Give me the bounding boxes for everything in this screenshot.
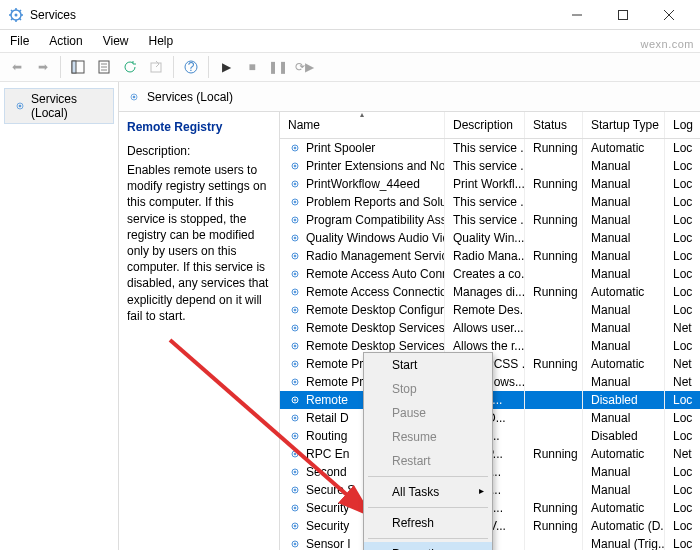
menu-action[interactable]: Action <box>45 33 86 49</box>
start-service-button[interactable]: ▶ <box>215 56 237 78</box>
service-status-cell: Running <box>525 517 583 535</box>
svg-point-54 <box>294 507 296 509</box>
service-row[interactable]: Remote Access Auto Conne...Creates a co.… <box>280 265 700 283</box>
service-row[interactable]: Radio Management ServiceRadio Mana...Run… <box>280 247 700 265</box>
gear-icon <box>288 429 302 443</box>
ctx-all-tasks-label: All Tasks <box>392 485 439 499</box>
watermark: wexn.com <box>640 38 694 50</box>
service-name-cell: Program Compatibility Assi... <box>306 213 445 227</box>
service-logon-cell: Loc <box>665 265 700 283</box>
gear-icon <box>288 393 302 407</box>
service-row[interactable]: Quality Windows Audio Vid...Quality Win.… <box>280 229 700 247</box>
gear-icon <box>288 159 302 173</box>
gear-icon <box>288 285 302 299</box>
help-button[interactable]: ? <box>180 56 202 78</box>
column-header-status[interactable]: Status <box>525 112 583 138</box>
service-logon-cell: Loc <box>665 391 700 409</box>
ctx-pause[interactable]: Pause <box>364 401 492 425</box>
gear-icon <box>288 465 302 479</box>
service-row[interactable]: Printer Extensions and Notif...This serv… <box>280 157 700 175</box>
service-status-cell: Running <box>525 211 583 229</box>
ctx-all-tasks[interactable]: All Tasks▸ <box>364 480 492 504</box>
back-button[interactable]: ⬅ <box>6 56 28 78</box>
service-row[interactable]: Remote Desktop Configurat...Remote Des..… <box>280 301 700 319</box>
svg-point-28 <box>294 273 296 275</box>
service-status-cell <box>525 337 583 355</box>
services-header-icon <box>127 90 141 104</box>
ctx-restart[interactable]: Restart <box>364 449 492 473</box>
service-desc-cell: This service ... <box>445 157 525 175</box>
gear-icon <box>288 375 302 389</box>
service-name-cell: Retail D <box>306 411 349 425</box>
gear-icon <box>288 249 302 263</box>
menu-file[interactable]: File <box>6 33 33 49</box>
column-header-name[interactable]: ▴Name <box>280 112 445 138</box>
ctx-properties[interactable]: Properties <box>364 542 492 550</box>
service-logon-cell: Net <box>665 355 700 373</box>
service-desc-cell: This service ... <box>445 211 525 229</box>
show-hide-tree-button[interactable] <box>67 56 89 78</box>
service-row[interactable]: PrintWorkflow_44eedPrint Workfl...Runnin… <box>280 175 700 193</box>
svg-point-42 <box>294 399 296 401</box>
service-logon-cell: Loc <box>665 535 700 550</box>
service-startup-cell: Manual <box>583 409 665 427</box>
ctx-stop[interactable]: Stop <box>364 377 492 401</box>
services-tree-icon <box>13 99 27 113</box>
service-logon-cell: Loc <box>665 301 700 319</box>
column-header-description[interactable]: Description <box>445 112 525 138</box>
service-name-cell: Printer Extensions and Notif... <box>306 159 445 173</box>
service-status-cell <box>525 409 583 427</box>
service-logon-cell: Loc <box>665 193 700 211</box>
close-button[interactable] <box>646 0 692 30</box>
column-header-startup[interactable]: Startup Type <box>583 112 665 138</box>
service-startup-cell: Disabled <box>583 391 665 409</box>
svg-point-10 <box>19 105 21 107</box>
stop-service-button[interactable]: ■ <box>241 56 263 78</box>
service-name-cell: Security <box>306 519 349 533</box>
service-name-cell: Secure S <box>306 483 355 497</box>
gear-icon <box>288 195 302 209</box>
gear-icon <box>288 339 302 353</box>
selected-service-name: Remote Registry <box>127 120 269 134</box>
column-header-logon[interactable]: Log <box>665 112 700 138</box>
svg-point-26 <box>294 255 296 257</box>
forward-button[interactable]: ➡ <box>32 56 54 78</box>
service-row[interactable]: Program Compatibility Assi...This servic… <box>280 211 700 229</box>
ctx-resume[interactable]: Resume <box>364 425 492 449</box>
svg-point-46 <box>294 435 296 437</box>
svg-point-44 <box>294 417 296 419</box>
service-row[interactable]: Remote Access Connection...Manages di...… <box>280 283 700 301</box>
description-text: Enables remote users to modify registry … <box>127 162 269 324</box>
restart-service-button[interactable]: ⟳▶ <box>293 56 315 78</box>
window-title: Services <box>30 8 554 22</box>
service-row[interactable]: Problem Reports and Soluti...This servic… <box>280 193 700 211</box>
menu-help[interactable]: Help <box>145 33 178 49</box>
description-pane: Remote Registry Description: Enables rem… <box>119 112 279 550</box>
menu-view[interactable]: View <box>99 33 133 49</box>
service-logon-cell: Loc <box>665 409 700 427</box>
service-startup-cell: Manual <box>583 481 665 499</box>
service-status-cell <box>525 373 583 391</box>
svg-text:?: ? <box>188 60 195 74</box>
service-startup-cell: Automatic <box>583 499 665 517</box>
export-list-button[interactable] <box>145 56 167 78</box>
ctx-separator <box>368 476 488 477</box>
toolbar: ⬅ ➡ ? ▶ ■ ❚❚ ⟳▶ <box>0 52 700 82</box>
ctx-refresh[interactable]: Refresh <box>364 511 492 535</box>
service-row[interactable]: Print SpoolerThis service ...RunningAuto… <box>280 139 700 157</box>
service-name-cell: Remote Access Connection... <box>306 285 445 299</box>
refresh-button[interactable] <box>119 56 141 78</box>
tree-root-services-local[interactable]: Services (Local) <box>4 88 114 124</box>
sort-ascending-icon: ▴ <box>360 112 364 119</box>
gear-icon <box>288 177 302 191</box>
ctx-start[interactable]: Start <box>364 353 492 377</box>
tree-root-label: Services (Local) <box>31 92 105 120</box>
maximize-button[interactable] <box>600 0 646 30</box>
service-status-cell: Running <box>525 499 583 517</box>
minimize-button[interactable] <box>554 0 600 30</box>
service-status-cell <box>525 535 583 550</box>
pause-service-button[interactable]: ❚❚ <box>267 56 289 78</box>
properties-toolbar-button[interactable] <box>93 56 115 78</box>
service-row[interactable]: Remote Desktop ServicesAllows user...Man… <box>280 319 700 337</box>
service-startup-cell: Manual <box>583 337 665 355</box>
